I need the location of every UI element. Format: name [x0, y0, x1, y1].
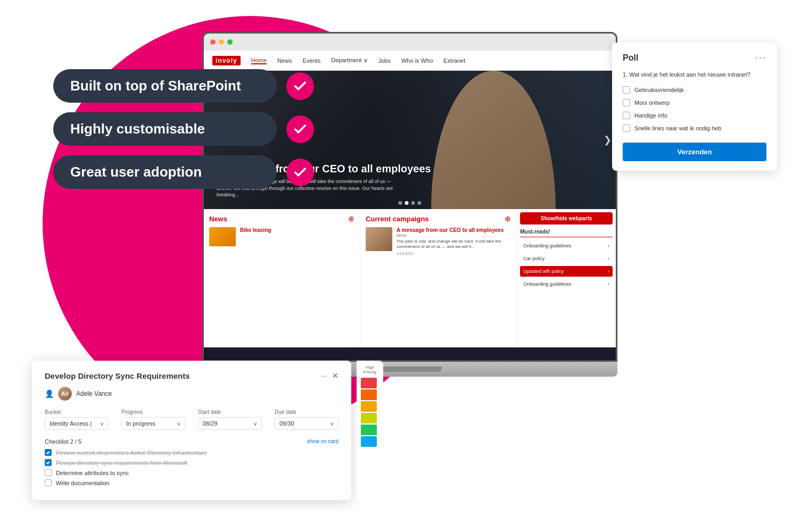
nav-news[interactable]: News — [277, 57, 292, 64]
nav-extranet[interactable]: Extranet — [443, 57, 465, 64]
priority-panel: High Priority — [357, 361, 383, 500]
hero-dot-3 — [411, 201, 415, 205]
poll-submit-button[interactable]: Verzenden — [623, 143, 766, 161]
news-add-icon[interactable]: ⊕ — [348, 214, 354, 223]
poll-card: Poll ··· 1. Wat vind je het leukst aan h… — [612, 43, 777, 171]
assignee-avatar: AV — [58, 387, 72, 401]
checklist-item-label-3: Determine attributes to sync — [56, 470, 129, 476]
task-due-label: Due date — [275, 409, 339, 415]
must-read-label-3: Updated wfh policy — [523, 269, 564, 274]
task-start-value: 08/29 — [203, 420, 218, 427]
campaigns-title: Current campaigns — [366, 215, 428, 223]
hero-dot-1 — [399, 201, 402, 205]
task-field-start: Start date 08/29 ∨ — [198, 409, 262, 430]
campaign-text-block: A message from our CEO to all employees … — [397, 227, 511, 256]
task-bucket-label: Bucket — [45, 409, 109, 415]
priority-color-blue — [361, 436, 377, 447]
badge-adoption-check — [286, 159, 314, 186]
badge-customisable-label: Highly customisable — [53, 112, 277, 146]
checklist-checkbox-4[interactable] — [45, 479, 52, 486]
must-read-icon-4: › — [608, 281, 609, 287]
task-start-select[interactable]: 08/29 ∨ — [198, 417, 262, 430]
section-campaigns: Current campaigns ⊕ A message from our C… — [360, 209, 517, 347]
poll-option-4: Snelle links naar wat ik nodig heb — [623, 124, 766, 132]
nav-home[interactable]: Home — [251, 57, 267, 64]
must-read-icon-2: › — [608, 256, 609, 261]
task-bucket-select[interactable]: Identity Access | ∨ — [45, 417, 109, 430]
campaigns-add-icon[interactable]: ⊕ — [505, 214, 511, 223]
priority-color-amber — [361, 401, 377, 412]
checklist-checkbox-2[interactable] — [45, 459, 52, 466]
task-bucket-value: Identity Access | — [49, 420, 92, 427]
poll-option-3: Handige info — [623, 112, 766, 119]
show-webparts-button[interactable]: Show/hide webparts — [520, 212, 613, 225]
task-progress-value: In progress — [126, 420, 155, 427]
nav-department[interactable]: Department ∨ — [331, 57, 368, 64]
hero-dot-2 — [405, 201, 409, 205]
poll-checkbox-3[interactable] — [623, 112, 630, 119]
news-thumbnail — [209, 227, 236, 246]
badge-adoption-label: Great user adoption — [53, 155, 277, 189]
must-read-item-3: Updated wfh policy › — [520, 266, 613, 277]
priority-color-orange — [361, 389, 377, 400]
poll-more-icon[interactable]: ··· — [755, 52, 766, 63]
task-close-icon[interactable]: ✕ — [332, 371, 339, 380]
task-field-progress: Progress In progress ∨ — [121, 409, 185, 430]
must-read-icon-3: › — [608, 269, 609, 274]
must-read-icon-1: › — [608, 243, 609, 248]
checklist-item-label-2: Review directory sync requirements from … — [56, 460, 187, 466]
task-show-on-card: show on card — [307, 438, 339, 445]
badge-sharepoint-check — [286, 72, 314, 100]
checklist-item-label-4: Write documentation — [56, 480, 110, 486]
hero-dot-4 — [418, 201, 422, 205]
poll-title: Poll — [623, 53, 638, 63]
task-more-icon[interactable]: ··· — [320, 371, 327, 380]
nav-jobs[interactable]: Jobs — [378, 57, 391, 64]
task-checklist-header: Checklist 2 / 5 show on card — [45, 438, 339, 445]
checklist-item-label-1: Review current on-premises Active Direct… — [56, 450, 207, 456]
task-due-value: 09/30 — [279, 420, 294, 427]
poll-option-2: Mooi ontwerp — [623, 99, 766, 106]
priority-color-red — [361, 378, 377, 388]
campaign-date: 14/12/22 — [397, 251, 413, 256]
check-icon — [293, 122, 308, 137]
news-header: News ⊕ — [209, 214, 354, 223]
assignee-person-icon: 👤 — [45, 389, 54, 398]
checklist-item-2: Review directory sync requirements from … — [45, 459, 339, 466]
poll-option-label-1: Gebruiksvriendelijk — [634, 87, 684, 93]
checklist-checkbox-3[interactable] — [45, 469, 52, 476]
poll-question: 1. Wat vind je het leukst aan het nieuwe… — [623, 71, 766, 79]
progress-chevron-down-icon: ∨ — [177, 421, 180, 427]
task-fields-row: Bucket Identity Access | ∨ Progress In p… — [45, 409, 339, 430]
campaign-body: The pain is real, and change will be har… — [397, 239, 511, 250]
news-item-title: Bike leasing — [240, 227, 271, 233]
section-mustreads: Show/hide webparts Must-reads! Onboardin… — [517, 209, 616, 347]
poll-option-label-3: Handige info — [634, 112, 667, 119]
task-due-select[interactable]: 09/30 ∨ — [275, 417, 339, 430]
section-news: News ⊕ Bike leasing — [204, 209, 360, 347]
check-icon — [293, 165, 308, 180]
checklist-checkbox-1[interactable] — [45, 449, 52, 456]
nav-events[interactable]: Events — [303, 57, 321, 64]
campaigns-header: Current campaigns ⊕ — [366, 214, 511, 223]
hero-arrow-right[interactable]: ❯ — [604, 134, 612, 146]
poll-checkbox-1[interactable] — [623, 86, 630, 94]
priority-label: High Priority — [361, 365, 379, 375]
campaign-meta: 14/12/22 — [397, 251, 511, 256]
intranet-nav: involy Home News Events Department ∨ Job… — [204, 51, 616, 71]
browser-chrome — [204, 34, 616, 51]
sections-row: News ⊕ Bike leasing Current campaigns ⊕ — [204, 209, 616, 347]
task-card: Develop Directory Sync Requirements ··· … — [32, 361, 351, 500]
badge-sharepoint: Built on top of SharePoint — [53, 69, 314, 103]
task-field-bucket: Bucket Identity Access | ∨ — [45, 409, 109, 430]
nav-who-is-who[interactable]: Who is Who — [401, 57, 433, 64]
poll-option-label-2: Mooi ontwerp — [634, 99, 670, 106]
poll-option-1: Gebruiksvriendelijk — [623, 86, 766, 94]
poll-header: Poll ··· — [623, 52, 766, 63]
task-progress-select[interactable]: In progress ∨ — [121, 417, 185, 430]
checklist-item-1: Review current on-premises Active Direct… — [45, 449, 339, 456]
checklist-item-4: Write documentation — [45, 479, 339, 486]
badge-customisable-check — [286, 115, 314, 143]
poll-checkbox-4[interactable] — [623, 124, 630, 132]
poll-checkbox-2[interactable] — [623, 99, 630, 106]
